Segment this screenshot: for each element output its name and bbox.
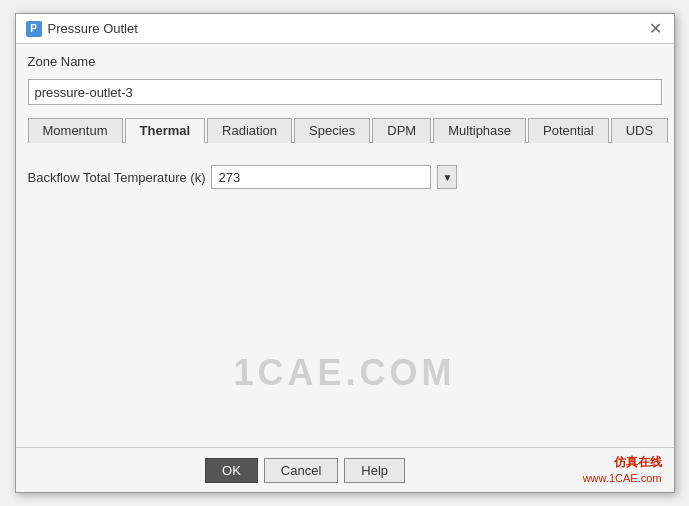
tab-momentum[interactable]: Momentum xyxy=(28,118,123,143)
tab-multiphase[interactable]: Multiphase xyxy=(433,118,526,143)
dialog-title: Pressure Outlet xyxy=(48,21,138,36)
tab-bar: Momentum Thermal Radiation Species DPM M… xyxy=(28,117,662,143)
tab-radiation[interactable]: Radiation xyxy=(207,118,292,143)
tab-species[interactable]: Species xyxy=(294,118,370,143)
ok-button[interactable]: OK xyxy=(205,458,258,483)
dialog-icon: P xyxy=(26,21,42,37)
backflow-temp-input[interactable] xyxy=(211,165,431,189)
zone-name-input[interactable] xyxy=(28,79,662,105)
pressure-outlet-dialog: P Pressure Outlet ✕ Zone Name Momentum T… xyxy=(15,13,675,493)
dialog-body: Zone Name Momentum Thermal Radiation Spe… xyxy=(16,44,674,447)
help-button[interactable]: Help xyxy=(344,458,405,483)
tab-dpm[interactable]: DPM xyxy=(372,118,431,143)
backflow-temp-label: Backflow Total Temperature (k) xyxy=(28,170,206,185)
zone-name-label: Zone Name xyxy=(28,54,662,69)
tab-uds[interactable]: UDS xyxy=(611,118,668,143)
brand-url: www.1CAE.com xyxy=(583,471,662,486)
backflow-temp-row: Backflow Total Temperature (k) ▼ xyxy=(28,165,662,189)
title-bar-left: P Pressure Outlet xyxy=(26,21,138,37)
title-bar: P Pressure Outlet ✕ xyxy=(16,14,674,44)
dialog-footer: OK Cancel Help 仿真在线 www.1CAE.com xyxy=(16,447,674,492)
cancel-button[interactable]: Cancel xyxy=(264,458,338,483)
tab-potential[interactable]: Potential xyxy=(528,118,609,143)
tab-content-thermal: Backflow Total Temperature (k) ▼ xyxy=(28,151,662,300)
watermark: 1CAE.COM xyxy=(28,308,662,437)
backflow-temp-dropdown[interactable]: ▼ xyxy=(437,165,457,189)
brand-chinese: 仿真在线 xyxy=(583,454,662,471)
close-button[interactable]: ✕ xyxy=(647,21,664,37)
footer-buttons: OK Cancel Help xyxy=(28,458,583,483)
brand-info: 仿真在线 www.1CAE.com xyxy=(583,454,662,486)
tab-thermal[interactable]: Thermal xyxy=(125,118,206,143)
